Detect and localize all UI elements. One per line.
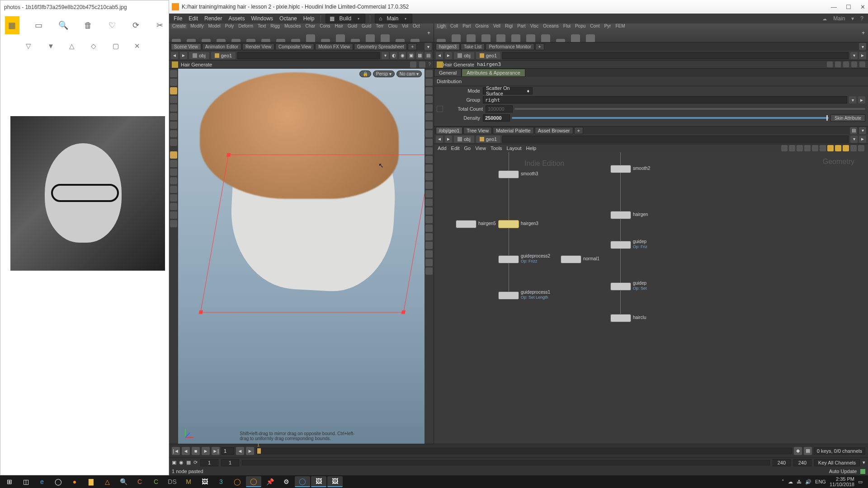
shelf-tab[interactable]: Deform [237, 23, 255, 29]
explorer-icon[interactable]: ▇ [83, 476, 99, 487]
timeline-scope-icon[interactable]: ▦ [804, 447, 812, 455]
photos-crop-btn[interactable]: ✂ [156, 20, 164, 31]
path-back-icon-r[interactable]: ◄ [436, 52, 443, 59]
net-tool-3[interactable] [797, 145, 803, 151]
timeline-play-icon[interactable]: ► [202, 447, 210, 455]
disp-opt-23[interactable] [425, 259, 433, 266]
minimize-button[interactable]: — [831, 4, 837, 10]
desktop-dropdown[interactable]: ⌂ Main▾ [375, 14, 412, 23]
path-crumb-geo1-r[interactable]: geo1 [476, 52, 500, 59]
shelf-tab[interactable]: Rigg [269, 23, 281, 29]
tool-misc-icon[interactable] [170, 220, 177, 227]
net-menu-view[interactable]: View [475, 145, 486, 151]
shelf-tool[interactable]: GI Light [553, 39, 568, 42]
tool-erase-icon[interactable]: ◇ [91, 42, 100, 51]
tool-scale-icon[interactable] [170, 122, 177, 129]
timeline-keyprev-icon[interactable]: ◄ [236, 447, 244, 455]
tl-cur-input[interactable]: 1 [221, 459, 239, 466]
shelf-tab[interactable]: Flui [562, 23, 572, 29]
shelf-tab[interactable]: Model [207, 23, 222, 29]
tl-end2-input[interactable]: 240 [793, 459, 811, 466]
param-flag-icon[interactable] [835, 61, 841, 67]
disp-opt-13[interactable] [425, 173, 433, 180]
app-m-icon[interactable]: M [181, 476, 196, 487]
timeline-keynext-icon[interactable]: ► [246, 447, 254, 455]
tab-motionfx-view[interactable]: Motion FX View [315, 43, 353, 50]
tool-select-icon[interactable] [170, 70, 177, 77]
node-normal1[interactable] [561, 255, 581, 263]
bounding-box[interactable] [200, 155, 425, 313]
path-fwd-icon-r[interactable]: ► [445, 52, 452, 59]
shelf-tab[interactable]: Pyr [603, 23, 612, 29]
net-tool-1[interactable] [781, 145, 788, 151]
shelf-tool[interactable]: Font [348, 39, 363, 42]
param-gear-icon[interactable] [827, 61, 833, 67]
shelf-tool[interactable]: Metaball [393, 39, 407, 42]
shelf-tab[interactable]: Cont [589, 23, 601, 29]
shelf-tool[interactable]: Distant Light [524, 34, 538, 42]
disp-opt-2[interactable] [425, 79, 433, 86]
node-hairgen[interactable] [610, 211, 631, 219]
disp-opt-4[interactable] [425, 96, 433, 103]
tray-sound-icon[interactable]: 🔊 [805, 479, 811, 485]
pane-opts-icon-r[interactable]: ▾ [859, 43, 866, 50]
node-guidep[interactable] [610, 241, 631, 249]
tl-aux-2[interactable]: ◉ [179, 460, 184, 465]
app-ds-icon[interactable]: DS [165, 476, 180, 487]
help-icon[interactable]: ? [428, 62, 431, 67]
param-total-input[interactable] [486, 105, 513, 113]
disp-opt-5[interactable] [425, 104, 433, 112]
disp-opt-8[interactable] [425, 130, 433, 137]
shelf-tab[interactable]: FEM [614, 23, 626, 29]
tool-part-icon[interactable] [170, 211, 177, 219]
param-group-menu-icon[interactable]: ▾ [849, 96, 856, 103]
photos-view-btn[interactable]: ▦ [5, 16, 19, 34]
status-cache-icon[interactable] [819, 468, 826, 474]
tool-box-icon[interactable] [170, 130, 177, 137]
shelf-tool[interactable]: Box [169, 39, 184, 42]
network-canvas[interactable]: Geometry Indie Edition smooth3 hairgen5 [434, 152, 868, 444]
menu-windows[interactable]: Windows [249, 14, 275, 23]
photos-zoom-btn[interactable]: 🔍 [58, 20, 68, 31]
shelf-tool[interactable]: Sphere [184, 39, 198, 42]
timeline-frame-input[interactable] [222, 447, 234, 455]
net-back-icon[interactable]: ◄ [436, 136, 443, 143]
photos-delete-btn[interactable]: 🗑 [84, 20, 92, 31]
app-3-icon[interactable]: 3 [213, 476, 229, 487]
param-tab-attrs[interactable]: Attributes & Appearance [462, 69, 525, 77]
param-group-input[interactable] [483, 96, 847, 103]
shelf-add-icon[interactable]: + [427, 30, 434, 36]
tray-net-icon[interactable]: 🖧 [797, 479, 802, 484]
shelf-tab[interactable]: Vol [401, 23, 410, 29]
path-opts-4[interactable]: ▣ [407, 52, 415, 59]
shelf-tab[interactable]: Visc [529, 23, 540, 29]
net-menu-add[interactable]: Add [438, 145, 447, 151]
menu-assets[interactable]: Assets [226, 14, 246, 23]
timeline-slider[interactable]: 1 [256, 448, 792, 454]
node-guideprocess2[interactable] [498, 255, 519, 263]
tool-mark-icon[interactable]: ▼ [47, 42, 57, 51]
tl-start-input[interactable]: 1 [200, 459, 218, 466]
net-menu-edit[interactable]: Edit [451, 145, 460, 151]
app-c-icon[interactable]: C [132, 476, 147, 487]
shelf-tab[interactable]: Rigi [504, 23, 514, 29]
taskview-icon[interactable]: ◫ [18, 476, 33, 487]
disp-opt-14[interactable] [425, 182, 433, 189]
path-go-icon[interactable]: ► [859, 52, 866, 59]
tl-end1-input[interactable]: 240 [773, 459, 791, 466]
cloud-icon[interactable]: ☁ [821, 15, 829, 22]
shelf-tool[interactable]: Spot Light [464, 34, 478, 42]
tray-cloud-icon[interactable]: ☁ [788, 479, 793, 485]
photos-slideshow-btn[interactable]: ▭ [35, 20, 43, 31]
net-tab-path[interactable]: /obj/geo1 [436, 127, 462, 134]
layout-dropdown[interactable]: ▦ Build▾ [326, 14, 365, 23]
tab-render-view[interactable]: Render View [242, 43, 274, 50]
timeline-first-icon[interactable]: |◄ [172, 447, 180, 455]
net-tool-10[interactable] [850, 145, 857, 151]
node-hairgen3[interactable] [498, 220, 519, 228]
start-button[interactable]: ⊞ [2, 476, 17, 487]
param-help-icon[interactable] [859, 61, 865, 67]
tool-brush-icon[interactable] [170, 87, 177, 94]
close-button[interactable]: ✕ [860, 4, 865, 10]
disp-opt-6[interactable] [425, 113, 433, 120]
